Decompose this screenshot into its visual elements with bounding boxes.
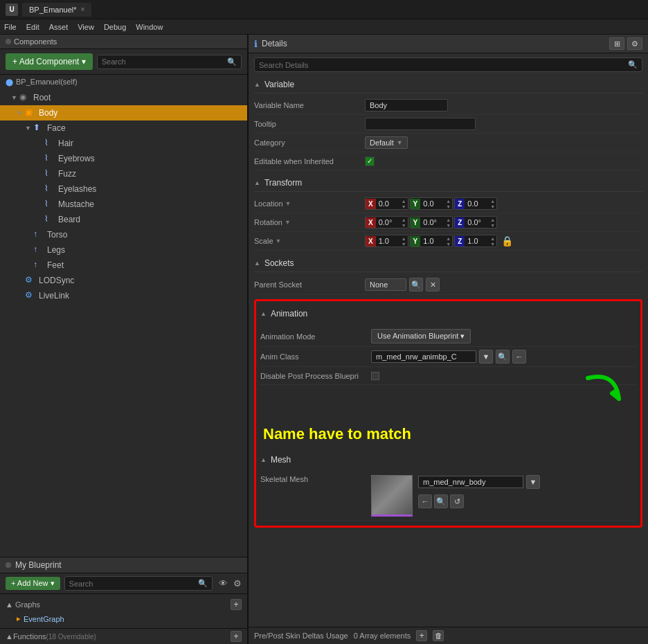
settings-button[interactable]: ⚙ bbox=[627, 37, 642, 50]
visibility-toggle-button[interactable]: 👁 bbox=[217, 578, 229, 590]
my-blueprint-search-box[interactable]: 🔍 bbox=[64, 576, 213, 591]
scale-z-spinner[interactable]: ▲▼ bbox=[489, 236, 496, 247]
tree-label-legs: Legs bbox=[47, 245, 65, 255]
add-component-button[interactable]: + Add Component ▾ bbox=[6, 53, 93, 70]
left-panel: Components + Add Component ▾ 🔍 ⬤ BP_Eman… bbox=[0, 35, 248, 644]
scale-lock-icon[interactable]: 🔒 bbox=[501, 235, 513, 247]
tab-bp-emanuel[interactable]: BP_Emanuel* × bbox=[22, 3, 91, 17]
tree-item-face[interactable]: ▼ ⬆ Face bbox=[0, 120, 247, 136]
scale-x-field[interactable]: X 1.0 ▲▼ bbox=[365, 235, 408, 247]
components-panel-header: Components bbox=[0, 35, 247, 49]
rotation-z-field[interactable]: Z 0.0° ▲▼ bbox=[454, 216, 497, 229]
tree-item-beard[interactable]: ▶ ⌇ Beard bbox=[0, 212, 247, 227]
scale-x-spinner[interactable]: ▲▼ bbox=[400, 236, 408, 247]
scale-z-field[interactable]: Z 1.0 ▲▼ bbox=[454, 235, 497, 247]
tree-label-eyebrows: Eyebrows bbox=[58, 154, 95, 163]
location-y-field[interactable]: Y 0.0 ▲▼ bbox=[410, 197, 453, 210]
tree-item-root[interactable]: ▼ ◉ Root bbox=[0, 90, 247, 105]
graphs-header: ▲ Graphs + bbox=[6, 597, 242, 612]
array-add-button[interactable]: + bbox=[416, 630, 427, 641]
category-select[interactable]: Default ▼ bbox=[365, 136, 408, 149]
location-x-spinner[interactable]: ▲▼ bbox=[400, 199, 408, 209]
rotation-dropdown-arrow: ▼ bbox=[285, 219, 291, 226]
anim-class-value: ▼ 🔍 ← bbox=[371, 350, 636, 364]
rotation-x-field[interactable]: X 0.0° ▲▼ bbox=[365, 216, 408, 229]
tree-label-fuzz: Fuzz bbox=[58, 169, 76, 179]
components-search-icon: 🔍 bbox=[227, 57, 237, 66]
menu-view[interactable]: View bbox=[78, 23, 94, 31]
rotation-y-spinner[interactable]: ▲▼ bbox=[444, 217, 452, 228]
scale-y-spinner[interactable]: ▲▼ bbox=[444, 236, 452, 247]
rotation-z-spinner[interactable]: ▲▼ bbox=[489, 217, 496, 228]
tree-item-eyebrows[interactable]: ▶ ⌇ Eyebrows bbox=[0, 151, 247, 166]
parent-socket-clear-button[interactable]: ✕ bbox=[426, 278, 440, 292]
green-arrow-icon bbox=[574, 364, 629, 420]
functions-add-button[interactable]: + bbox=[231, 631, 242, 642]
disable-post-checkbox[interactable] bbox=[371, 372, 379, 380]
tree-item-lodsync[interactable]: ▶ ⚙ LODSync bbox=[0, 273, 247, 288]
location-y-spinner[interactable]: ▲▼ bbox=[444, 199, 452, 209]
tab-label: BP_Emanuel* bbox=[29, 6, 77, 14]
menu-file[interactable]: File bbox=[4, 23, 17, 31]
menu-window[interactable]: Window bbox=[136, 23, 163, 31]
tooltip-row: Tooltip bbox=[254, 115, 642, 134]
menu-edit[interactable]: Edit bbox=[26, 23, 39, 31]
tooltip-input[interactable] bbox=[365, 118, 476, 130]
tab-close-button[interactable]: × bbox=[81, 6, 85, 13]
parent-socket-select[interactable]: None bbox=[365, 278, 406, 291]
location-label: Location ▼ bbox=[254, 199, 365, 208]
anim-class-dropdown-button[interactable]: ▼ bbox=[479, 350, 493, 364]
tree-item-body[interactable]: ▼ ▣ Body bbox=[0, 105, 247, 120]
settings-icon[interactable]: ⚙ bbox=[233, 578, 242, 589]
grid-view-button[interactable]: ⊞ bbox=[609, 37, 624, 50]
parent-socket-select-value: None bbox=[370, 280, 388, 289]
components-search-box[interactable]: 🔍 bbox=[97, 55, 242, 69]
anim-class-search-button[interactable]: 🔍 bbox=[496, 350, 510, 364]
variable-name-input[interactable] bbox=[365, 99, 448, 111]
tree-item-eyelashes[interactable]: ▶ ⌇ Eyelashes bbox=[0, 181, 247, 197]
tree-item-livelink[interactable]: ▶ ⚙ LiveLink bbox=[0, 288, 247, 303]
array-delete-button[interactable]: 🗑 bbox=[433, 630, 444, 641]
green-arrow-container bbox=[260, 385, 636, 420]
scale-y-field[interactable]: Y 1.0 ▲▼ bbox=[410, 235, 453, 247]
skeletal-mesh-input[interactable] bbox=[418, 476, 523, 488]
animation-mode-value: Use Animation Blueprint ▾ bbox=[371, 329, 636, 343]
tree-item-fuzz[interactable]: ▶ ⌇ Fuzz bbox=[0, 166, 247, 181]
rotation-x-spinner[interactable]: ▲▼ bbox=[400, 217, 408, 228]
menu-debug[interactable]: Debug bbox=[104, 23, 126, 31]
animation-mode-select[interactable]: Use Animation Blueprint ▾ bbox=[371, 329, 471, 343]
skeletal-mesh-browse-button[interactable]: 🔍 bbox=[434, 494, 448, 508]
tree-item-feet[interactable]: ▶ ↑ Feet bbox=[0, 258, 247, 273]
location-z-spinner[interactable]: ▲▼ bbox=[489, 199, 496, 209]
scale-z-label: Z bbox=[455, 236, 465, 247]
location-z-field[interactable]: Z 0.0 ▲▼ bbox=[454, 197, 497, 210]
event-graph-item[interactable]: ▸ EventGraph bbox=[6, 612, 242, 625]
skeletal-mesh-refresh-button[interactable]: ↺ bbox=[450, 494, 464, 508]
skeletal-mesh-back-button[interactable]: ← bbox=[418, 494, 432, 508]
components-search-input[interactable] bbox=[102, 57, 224, 66]
skeletal-mesh-dropdown-button[interactable]: ▼ bbox=[526, 475, 540, 489]
tree-item-mustache[interactable]: ▶ ⌇ Mustache bbox=[0, 197, 247, 212]
graphs-add-button[interactable]: + bbox=[231, 599, 242, 610]
tooltip-value bbox=[365, 118, 642, 130]
menu-asset[interactable]: Asset bbox=[49, 23, 69, 31]
sphere-icon: ◉ bbox=[19, 92, 30, 103]
category-label: Category bbox=[254, 138, 365, 147]
scale-x-value: 1.0 bbox=[376, 235, 400, 247]
editable-inherited-checkbox[interactable]: ✓ bbox=[365, 156, 375, 166]
details-search-input[interactable] bbox=[259, 61, 625, 69]
parent-socket-search-button[interactable]: 🔍 bbox=[409, 278, 423, 292]
tree-item-legs[interactable]: ▶ ↑ Legs bbox=[0, 242, 247, 258]
my-blueprint-search-input[interactable] bbox=[69, 580, 195, 588]
location-x-field[interactable]: X 0.0 ▲▼ bbox=[365, 197, 408, 210]
anim-class-input[interactable] bbox=[371, 350, 476, 363]
components-title: Components bbox=[14, 37, 57, 46]
add-new-button[interactable]: + Add New ▾ bbox=[6, 577, 60, 590]
tree-item-torso[interactable]: ▶ ↑ Torso bbox=[0, 227, 247, 242]
category-select-value: Default bbox=[370, 138, 394, 147]
anim-class-navigate-button[interactable]: ← bbox=[512, 350, 526, 364]
tree-arrow-body: ▼ bbox=[17, 109, 25, 116]
tree-item-hair[interactable]: ▶ ⌇ Hair bbox=[0, 136, 247, 151]
details-search-box[interactable]: 🔍 bbox=[254, 57, 642, 72]
rotation-y-field[interactable]: Y 0.0° ▲▼ bbox=[410, 216, 453, 229]
